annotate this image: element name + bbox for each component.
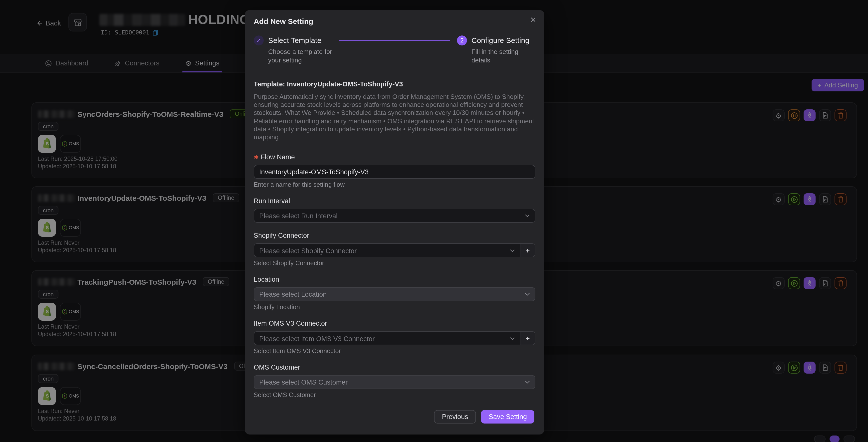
add-shopify-connector-button[interactable]: + <box>520 244 535 257</box>
location-select[interactable]: Please select Location <box>254 287 535 301</box>
template-description: Purpose Automatically sync inventory dat… <box>254 93 535 141</box>
plus-icon: + <box>525 334 530 342</box>
field-label: Shopify Connector <box>254 232 309 239</box>
steps-indicator: ✓ Select Template Choose a template for … <box>254 35 535 64</box>
field-label: Flow Name <box>261 153 295 161</box>
add-item-oms-v3-connector-button[interactable]: + <box>520 332 535 345</box>
check-icon: ✓ <box>254 35 264 45</box>
close-icon[interactable]: ✕ <box>530 16 536 24</box>
chevron-down-icon <box>525 214 530 217</box>
field-shopify-connector: Shopify Connector Please select Shopify … <box>254 232 535 267</box>
chevron-down-icon <box>510 337 515 340</box>
step-configure-setting: 2 Configure Setting Fill in the setting … <box>457 35 535 64</box>
field-help: Shopify Location <box>254 304 535 311</box>
step-connector-line <box>339 40 450 41</box>
field-label: Run Interval <box>254 197 290 205</box>
run-interval-select[interactable]: Please select Run Interval <box>254 209 535 223</box>
select-placeholder: Please select Shopify Connector <box>259 247 510 254</box>
chevron-down-icon <box>525 381 530 384</box>
step-description: Choose a template for your setting <box>268 48 332 64</box>
modal-title: Add New Setting <box>254 17 535 26</box>
save-setting-button[interactable]: Save Setting <box>481 410 534 423</box>
select-placeholder: Please select Run Interval <box>259 212 525 220</box>
required-asterisk: ✱ <box>254 154 259 161</box>
field-run-interval: Run Interval Please select Run Interval <box>254 197 535 223</box>
step-number: 2 <box>457 35 467 45</box>
field-help: Select OMS Customer <box>254 391 535 399</box>
field-help: Select Shopify Connector <box>254 260 535 267</box>
field-flow-name: ✱Flow Name Enter a name for this setting… <box>254 153 535 188</box>
flow-name-input[interactable] <box>254 165 535 179</box>
step-select-template: ✓ Select Template Choose a template for … <box>254 35 332 64</box>
chevron-down-icon <box>525 293 530 296</box>
shopify-connector-select[interactable]: Please select Shopify Connector <box>254 244 520 257</box>
field-oms-customer: OMS Customer Please select OMS Customer … <box>254 364 535 399</box>
step-description: Fill in the setting details <box>471 48 535 64</box>
field-item-oms-v3-connector: Item OMS V3 Connector Please select Item… <box>254 320 535 355</box>
add-new-setting-modal: Add New Setting ✕ ✓ Select Template Choo… <box>245 10 545 435</box>
plus-icon: + <box>525 246 530 254</box>
field-label: Item OMS V3 Connector <box>254 320 327 327</box>
select-placeholder: Please select Location <box>259 290 525 298</box>
previous-button[interactable]: Previous <box>434 410 476 423</box>
field-location: Location Please select Location Shopify … <box>254 276 535 311</box>
field-help: Enter a name for this setting flow <box>254 181 535 188</box>
app-window: Back HOLDINGS ID: SLEDOC0001 Dashboard C… <box>0 0 868 442</box>
step-title: Select Template <box>268 35 332 45</box>
field-help: Select Item OMS V3 Connector <box>254 348 535 355</box>
field-label: Location <box>254 276 279 283</box>
step-title: Configure Setting <box>471 35 535 45</box>
template-title: Template: InventoryUpdate-OMS-ToShopify-… <box>254 81 535 88</box>
oms-customer-select[interactable]: Please select OMS Customer <box>254 375 535 389</box>
select-placeholder: Please select OMS Customer <box>259 378 525 386</box>
chevron-down-icon <box>510 249 515 252</box>
field-label: OMS Customer <box>254 364 300 371</box>
select-placeholder: Please select Item OMS V3 Connector <box>259 335 510 342</box>
item-oms-v3-connector-select[interactable]: Please select Item OMS V3 Connector <box>254 332 520 345</box>
